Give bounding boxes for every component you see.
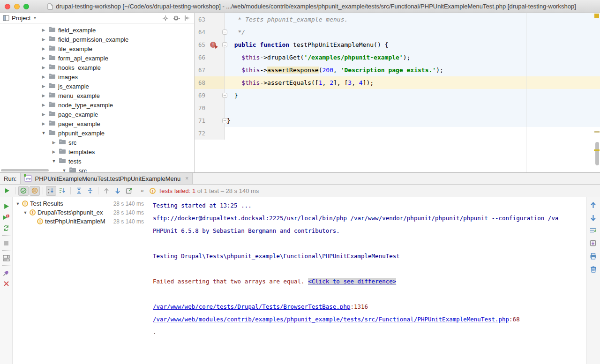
print-button[interactable] (590, 253, 597, 261)
project-tree-item-menu_example[interactable]: ▶menu_example (0, 91, 194, 100)
chevron-right-icon[interactable]: ▶ (41, 28, 46, 32)
project-tree-item-pager_example[interactable]: ▶pager_example (0, 119, 194, 128)
project-tree-item-field_permission_example[interactable]: ▶field_permission_example (0, 35, 194, 44)
up-stacktrace-button[interactable] (590, 202, 596, 210)
editor-scrollbar-thumb[interactable] (595, 142, 599, 165)
collapse-all-button[interactable] (85, 186, 95, 196)
code-line-63[interactable]: * Tests phpunit_example menus. (225, 13, 600, 26)
close-window-button[interactable] (5, 4, 10, 9)
fold-marker-icon[interactable]: − (222, 118, 227, 123)
stripe-warning-mark2[interactable] (594, 149, 600, 151)
folder-icon (48, 111, 56, 118)
code-line-66[interactable]: $this->drupalGet('/examples/phpunit-exam… (225, 51, 600, 64)
project-panel-title[interactable]: Project (12, 15, 30, 22)
code-line-68[interactable]: $this->assertEquals([1, 2], [3, 4]); (225, 76, 600, 89)
chevron-right-icon[interactable]: ▶ (41, 46, 46, 51)
toggle-auto-test-button[interactable] (0, 223, 12, 233)
next-failed-test-button[interactable] (112, 186, 123, 196)
soft-wrap-button[interactable] (590, 227, 597, 235)
project-tree-item-images[interactable]: ▶images (0, 72, 194, 82)
expand-all-button[interactable] (74, 186, 84, 196)
code-line-65[interactable]: public function testPhpUnitExampleMenu()… (225, 38, 600, 51)
project-hscrollbar-thumb[interactable] (1, 169, 49, 171)
rerun-button[interactable] (2, 186, 12, 196)
chevron-right-icon[interactable]: ▶ (41, 74, 46, 79)
chevron-down-icon[interactable]: ▼ (52, 159, 56, 163)
code-line-71[interactable]: } (225, 114, 600, 127)
chevron-down-icon[interactable]: ▼ (23, 210, 28, 215)
chevron-down-icon[interactable]: ▼ (15, 201, 20, 206)
sort-by-duration-button[interactable] (57, 186, 68, 196)
chevron-right-icon[interactable]: ▶ (41, 65, 46, 70)
project-settings-gear-icon[interactable] (172, 15, 180, 22)
show-ignored-toggle[interactable] (30, 186, 40, 196)
code-line-64[interactable]: */ (225, 26, 600, 38)
test-failed-gutter-icon[interactable]: ! (210, 42, 216, 48)
chevron-down-icon[interactable]: ▼ (62, 168, 67, 172)
project-tree-item-js_example[interactable]: ▶js_example (0, 82, 194, 91)
clear-console-button[interactable] (590, 266, 597, 274)
console-line: Testing Drupal\Tests\phpunit_example\Fun… (153, 250, 586, 262)
tests-failed-icon: ! (150, 188, 156, 194)
code-line-69[interactable]: } (225, 89, 600, 102)
rerun-test-button[interactable] (0, 201, 12, 212)
console-link[interactable]: /var/www/web/core/tests/Drupal/Tests/Bro… (153, 303, 350, 310)
code-line-70[interactable] (225, 102, 600, 114)
console-text: Failed asserting that two arrays are equ… (153, 278, 308, 285)
hide-panel-button[interactable] (183, 15, 191, 22)
minimize-window-button[interactable] (14, 4, 20, 9)
scroll-to-end-button[interactable] (590, 240, 597, 248)
project-tree-item-templates[interactable]: ▶templates (0, 147, 194, 156)
chevron-right-icon[interactable]: ▶ (41, 37, 46, 42)
chevron-right-icon[interactable]: ▶ (41, 93, 46, 98)
console-link[interactable]: /var/www/web/modules/contrib/examples/ph… (153, 316, 509, 323)
editor-scrollbar[interactable] (594, 13, 600, 172)
run-tab[interactable]: php PHPUnitExampleMenuTest.testPhpUnitEx… (20, 173, 193, 184)
inspection-status-square[interactable] (594, 14, 599, 18)
project-tree-item-node_type_example[interactable]: ▶node_type_example (0, 100, 194, 110)
fold-marker-icon[interactable]: − (222, 93, 227, 98)
previous-failed-test-button[interactable] (101, 186, 112, 196)
folder-icon (59, 148, 66, 156)
more-actions-chevron[interactable]: » (141, 187, 145, 194)
chevron-right-icon[interactable]: ▶ (52, 140, 56, 145)
chevron-right-icon[interactable]: ▶ (52, 149, 56, 154)
pin-tab-button[interactable] (0, 267, 12, 278)
down-stacktrace-button[interactable] (590, 215, 596, 223)
project-tree-item-hooks_example[interactable]: ▶hooks_example (0, 63, 194, 72)
project-tree-item-phpunit_example[interactable]: ▼phpunit_example (0, 128, 194, 138)
project-tree-item-field_example[interactable]: ▶field_example (0, 25, 194, 35)
stripe-warning-mark[interactable] (594, 131, 600, 133)
test-tree-item[interactable]: !testPhpUnitExampleM28 s 140 ms (13, 217, 146, 226)
code-line-72[interactable] (225, 127, 600, 140)
test-tree-item[interactable]: ▼!Drupal\Tests\phpunit_ex28 s 140 ms (13, 208, 146, 217)
project-dropdown-caret[interactable]: ▼ (33, 16, 37, 20)
chevron-right-icon[interactable]: ▶ (41, 84, 46, 89)
project-tree-item-src[interactable]: ▶src (0, 138, 194, 147)
chevron-right-icon[interactable]: ▶ (41, 103, 46, 107)
chevron-right-icon[interactable]: ▶ (41, 121, 46, 126)
console-link[interactable]: <Click to see difference> (308, 278, 396, 285)
project-tree-item-form_api_example[interactable]: ▶form_api_example (0, 53, 194, 63)
stop-button[interactable] (0, 238, 12, 248)
project-tree-item-tests[interactable]: ▼tests (0, 156, 194, 166)
sort-alphabetically-toggle[interactable]: az (46, 186, 56, 196)
export-test-results-button[interactable] (124, 186, 134, 196)
restore-layout-button[interactable] (0, 253, 12, 263)
project-tree-item-page_example[interactable]: ▶page_example (0, 110, 194, 119)
show-passed-toggle[interactable] (18, 186, 29, 196)
code-line-67[interactable]: $this->assertResponse(200, 'Description … (225, 64, 600, 76)
folder-icon (48, 73, 56, 81)
locate-file-button[interactable] (161, 15, 170, 22)
chevron-right-icon[interactable]: ▶ (41, 112, 46, 117)
close-run-panel-button[interactable] (0, 278, 12, 289)
run-tab-close-icon[interactable]: × (185, 175, 188, 182)
fold-marker-icon[interactable]: ⌄ (222, 42, 227, 47)
project-tree-item-file_example[interactable]: ▶file_example (0, 44, 194, 53)
line-number: 67 (195, 64, 208, 76)
chevron-right-icon[interactable]: ▶ (41, 56, 46, 60)
chevron-down-icon[interactable]: ▼ (41, 131, 46, 135)
fold-marker-icon[interactable]: − (222, 30, 227, 35)
test-tree-item[interactable]: ▼!Test Results28 s 140 ms (13, 199, 146, 208)
rerun-failed-tests-button[interactable]: ! (0, 212, 12, 223)
